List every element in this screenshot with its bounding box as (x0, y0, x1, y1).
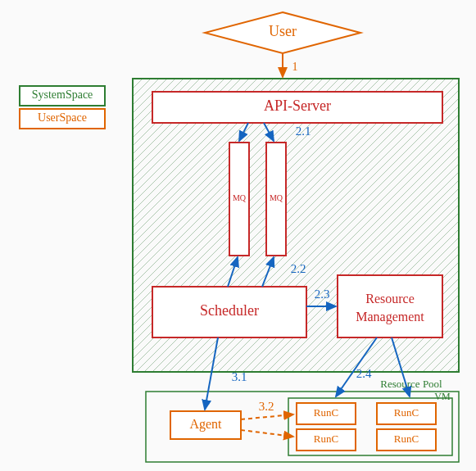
scheduler-node: Scheduler (152, 287, 306, 337)
runc-c-node: RunC (297, 429, 356, 451)
svg-text:MQ: MQ (233, 193, 247, 202)
resource-pool-label: Resource Pool (380, 378, 442, 390)
svg-text:Scheduler: Scheduler (200, 302, 259, 319)
edge-3_2-a (241, 414, 293, 419)
edge-3_1-label: 3.1 (232, 370, 247, 383)
svg-rect-12 (338, 275, 442, 337)
svg-text:RunC: RunC (314, 433, 338, 445)
svg-text:Agent: Agent (189, 417, 222, 432)
api-server-node: API-Server (152, 92, 442, 123)
agent-node: Agent (170, 411, 241, 439)
edge-2_2-label: 2.2 (291, 262, 306, 275)
vm-label: VM (434, 391, 451, 402)
runc-d-node: RunC (377, 429, 436, 451)
mq1-node: MQ (229, 143, 249, 256)
svg-text:RunC: RunC (314, 406, 338, 419)
svg-text:Resource: Resource (365, 292, 415, 306)
edge-2_3-label: 2.3 (315, 288, 330, 301)
edge-3_2-b (241, 430, 293, 437)
svg-text:API-Server: API-Server (264, 97, 331, 114)
runc-a-node: RunC (297, 403, 356, 424)
svg-text:MQ: MQ (270, 193, 283, 202)
legend-user-space: UserSpace (38, 111, 87, 124)
edge-2_1-label: 2.1 (296, 125, 311, 138)
mq2-node: MQ (266, 143, 286, 256)
edge-3_2-label: 3.2 (259, 400, 274, 413)
edge-2_4-label: 2.4 (356, 367, 372, 380)
user-node: User (205, 12, 360, 53)
svg-text:RunC: RunC (394, 406, 419, 419)
svg-text:RunC: RunC (394, 433, 419, 445)
legend-system-space: SystemSpace (32, 88, 93, 101)
architecture-diagram: SystemSpace UserSpace User API-Server MQ… (0, 0, 476, 471)
legend: SystemSpace UserSpace (20, 86, 105, 129)
runc-b-node: RunC (377, 403, 436, 424)
resource-management-node: Resource Management (338, 275, 442, 337)
edge-1-label: 1 (292, 61, 298, 73)
svg-text:User: User (269, 23, 297, 39)
svg-text:Management: Management (356, 310, 424, 324)
